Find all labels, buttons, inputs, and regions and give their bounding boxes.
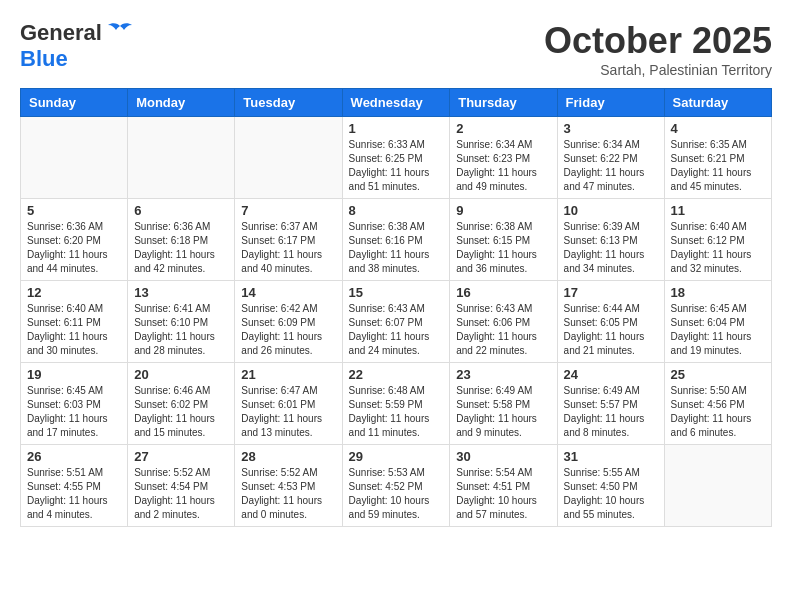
calendar-day-cell: 20Sunrise: 6:46 AM Sunset: 6:02 PM Dayli… [128, 363, 235, 445]
day-info: Sunrise: 6:33 AM Sunset: 6:25 PM Dayligh… [349, 138, 444, 194]
day-number: 14 [241, 285, 335, 300]
calendar-day-cell [21, 117, 128, 199]
calendar-day-cell: 10Sunrise: 6:39 AM Sunset: 6:13 PM Dayli… [557, 199, 664, 281]
day-info: Sunrise: 6:48 AM Sunset: 5:59 PM Dayligh… [349, 384, 444, 440]
calendar-day-cell [664, 445, 771, 527]
day-number: 22 [349, 367, 444, 382]
day-number: 30 [456, 449, 550, 464]
day-info: Sunrise: 5:53 AM Sunset: 4:52 PM Dayligh… [349, 466, 444, 522]
day-info: Sunrise: 5:55 AM Sunset: 4:50 PM Dayligh… [564, 466, 658, 522]
logo-bird-icon [106, 22, 134, 44]
day-number: 9 [456, 203, 550, 218]
day-info: Sunrise: 6:39 AM Sunset: 6:13 PM Dayligh… [564, 220, 658, 276]
calendar-day-cell: 26Sunrise: 5:51 AM Sunset: 4:55 PM Dayli… [21, 445, 128, 527]
day-info: Sunrise: 6:45 AM Sunset: 6:04 PM Dayligh… [671, 302, 765, 358]
day-number: 2 [456, 121, 550, 136]
calendar-day-cell: 23Sunrise: 6:49 AM Sunset: 5:58 PM Dayli… [450, 363, 557, 445]
calendar-day-cell: 22Sunrise: 6:48 AM Sunset: 5:59 PM Dayli… [342, 363, 450, 445]
calendar-day-cell: 6Sunrise: 6:36 AM Sunset: 6:18 PM Daylig… [128, 199, 235, 281]
day-number: 12 [27, 285, 121, 300]
day-number: 15 [349, 285, 444, 300]
day-info: Sunrise: 6:37 AM Sunset: 6:17 PM Dayligh… [241, 220, 335, 276]
day-info: Sunrise: 5:52 AM Sunset: 4:53 PM Dayligh… [241, 466, 335, 522]
page-header: General Blue October 2025 Sartah, Palest… [20, 20, 772, 78]
calendar-day-cell: 4Sunrise: 6:35 AM Sunset: 6:21 PM Daylig… [664, 117, 771, 199]
day-number: 26 [27, 449, 121, 464]
day-number: 7 [241, 203, 335, 218]
calendar-day-cell: 8Sunrise: 6:38 AM Sunset: 6:16 PM Daylig… [342, 199, 450, 281]
calendar-week-row: 5Sunrise: 6:36 AM Sunset: 6:20 PM Daylig… [21, 199, 772, 281]
day-number: 25 [671, 367, 765, 382]
day-info: Sunrise: 5:54 AM Sunset: 4:51 PM Dayligh… [456, 466, 550, 522]
day-number: 24 [564, 367, 658, 382]
calendar-day-cell: 21Sunrise: 6:47 AM Sunset: 6:01 PM Dayli… [235, 363, 342, 445]
day-info: Sunrise: 5:52 AM Sunset: 4:54 PM Dayligh… [134, 466, 228, 522]
day-number: 18 [671, 285, 765, 300]
day-number: 27 [134, 449, 228, 464]
calendar-day-cell [128, 117, 235, 199]
day-number: 13 [134, 285, 228, 300]
day-info: Sunrise: 6:41 AM Sunset: 6:10 PM Dayligh… [134, 302, 228, 358]
calendar-week-row: 26Sunrise: 5:51 AM Sunset: 4:55 PM Dayli… [21, 445, 772, 527]
day-info: Sunrise: 6:38 AM Sunset: 6:15 PM Dayligh… [456, 220, 550, 276]
day-number: 21 [241, 367, 335, 382]
calendar-day-cell: 24Sunrise: 6:49 AM Sunset: 5:57 PM Dayli… [557, 363, 664, 445]
calendar-day-cell: 17Sunrise: 6:44 AM Sunset: 6:05 PM Dayli… [557, 281, 664, 363]
calendar-day-cell: 27Sunrise: 5:52 AM Sunset: 4:54 PM Dayli… [128, 445, 235, 527]
day-info: Sunrise: 6:38 AM Sunset: 6:16 PM Dayligh… [349, 220, 444, 276]
calendar-header-row: SundayMondayTuesdayWednesdayThursdayFrid… [21, 89, 772, 117]
calendar-day-cell: 14Sunrise: 6:42 AM Sunset: 6:09 PM Dayli… [235, 281, 342, 363]
calendar-week-row: 12Sunrise: 6:40 AM Sunset: 6:11 PM Dayli… [21, 281, 772, 363]
calendar-day-cell: 18Sunrise: 6:45 AM Sunset: 6:04 PM Dayli… [664, 281, 771, 363]
day-info: Sunrise: 6:47 AM Sunset: 6:01 PM Dayligh… [241, 384, 335, 440]
calendar-day-cell: 28Sunrise: 5:52 AM Sunset: 4:53 PM Dayli… [235, 445, 342, 527]
day-info: Sunrise: 6:46 AM Sunset: 6:02 PM Dayligh… [134, 384, 228, 440]
calendar-day-cell [235, 117, 342, 199]
calendar-week-row: 19Sunrise: 6:45 AM Sunset: 6:03 PM Dayli… [21, 363, 772, 445]
day-info: Sunrise: 6:45 AM Sunset: 6:03 PM Dayligh… [27, 384, 121, 440]
day-number: 16 [456, 285, 550, 300]
day-number: 3 [564, 121, 658, 136]
location-subtitle: Sartah, Palestinian Territory [544, 62, 772, 78]
day-number: 20 [134, 367, 228, 382]
calendar-day-cell: 16Sunrise: 6:43 AM Sunset: 6:06 PM Dayli… [450, 281, 557, 363]
day-info: Sunrise: 6:35 AM Sunset: 6:21 PM Dayligh… [671, 138, 765, 194]
day-info: Sunrise: 6:43 AM Sunset: 6:07 PM Dayligh… [349, 302, 444, 358]
day-info: Sunrise: 6:36 AM Sunset: 6:20 PM Dayligh… [27, 220, 121, 276]
day-number: 23 [456, 367, 550, 382]
calendar-header-thursday: Thursday [450, 89, 557, 117]
calendar-header-sunday: Sunday [21, 89, 128, 117]
calendar-day-cell: 5Sunrise: 6:36 AM Sunset: 6:20 PM Daylig… [21, 199, 128, 281]
calendar-header-monday: Monday [128, 89, 235, 117]
calendar-day-cell: 9Sunrise: 6:38 AM Sunset: 6:15 PM Daylig… [450, 199, 557, 281]
day-info: Sunrise: 6:49 AM Sunset: 5:57 PM Dayligh… [564, 384, 658, 440]
day-info: Sunrise: 5:51 AM Sunset: 4:55 PM Dayligh… [27, 466, 121, 522]
logo-general-text: General [20, 20, 102, 46]
calendar-week-row: 1Sunrise: 6:33 AM Sunset: 6:25 PM Daylig… [21, 117, 772, 199]
day-info: Sunrise: 6:34 AM Sunset: 6:22 PM Dayligh… [564, 138, 658, 194]
calendar-day-cell: 7Sunrise: 6:37 AM Sunset: 6:17 PM Daylig… [235, 199, 342, 281]
day-number: 10 [564, 203, 658, 218]
calendar-day-cell: 11Sunrise: 6:40 AM Sunset: 6:12 PM Dayli… [664, 199, 771, 281]
day-number: 11 [671, 203, 765, 218]
calendar-day-cell: 31Sunrise: 5:55 AM Sunset: 4:50 PM Dayli… [557, 445, 664, 527]
day-number: 1 [349, 121, 444, 136]
calendar-day-cell: 30Sunrise: 5:54 AM Sunset: 4:51 PM Dayli… [450, 445, 557, 527]
day-info: Sunrise: 6:43 AM Sunset: 6:06 PM Dayligh… [456, 302, 550, 358]
day-info: Sunrise: 6:44 AM Sunset: 6:05 PM Dayligh… [564, 302, 658, 358]
calendar-header-saturday: Saturday [664, 89, 771, 117]
day-info: Sunrise: 6:40 AM Sunset: 6:12 PM Dayligh… [671, 220, 765, 276]
calendar-header-wednesday: Wednesday [342, 89, 450, 117]
calendar-header-tuesday: Tuesday [235, 89, 342, 117]
day-number: 29 [349, 449, 444, 464]
calendar-day-cell: 2Sunrise: 6:34 AM Sunset: 6:23 PM Daylig… [450, 117, 557, 199]
day-number: 5 [27, 203, 121, 218]
logo: General Blue [20, 20, 134, 72]
day-number: 6 [134, 203, 228, 218]
day-number: 8 [349, 203, 444, 218]
logo-blue-text: Blue [20, 46, 68, 72]
calendar-day-cell: 25Sunrise: 5:50 AM Sunset: 4:56 PM Dayli… [664, 363, 771, 445]
day-info: Sunrise: 6:36 AM Sunset: 6:18 PM Dayligh… [134, 220, 228, 276]
month-title: October 2025 [544, 20, 772, 62]
day-info: Sunrise: 5:50 AM Sunset: 4:56 PM Dayligh… [671, 384, 765, 440]
